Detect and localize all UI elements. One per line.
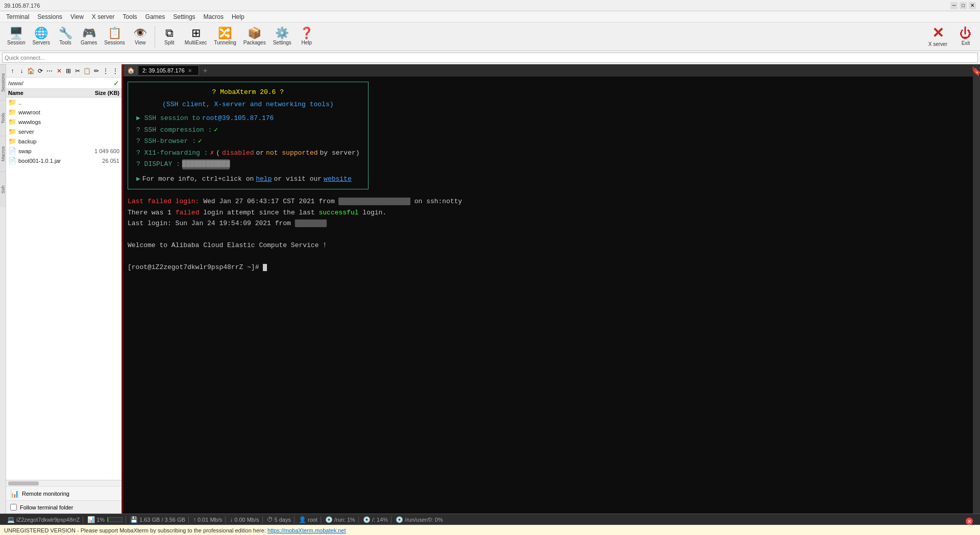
- folder-icon: 📁: [8, 128, 16, 135]
- help-label: Help: [302, 40, 312, 45]
- menu-view[interactable]: View: [66, 12, 88, 21]
- toolbar-multiexec[interactable]: ⊞ MultiExec: [182, 27, 210, 46]
- main-content: Sessions Tools Macros Ssh ↑ ↓ 🏠 ⟳ ⋯ ✕ ⊞ …: [0, 64, 980, 514]
- welcome-subtitle: (SSH client, X-server and networking too…: [136, 100, 360, 110]
- fp-btn-up[interactable]: ↑: [8, 66, 16, 76]
- list-item[interactable]: 📁 wwwlogs: [6, 117, 121, 127]
- bookmark-icon[interactable]: 🔖: [971, 66, 980, 76]
- file-panel-path-check: ✓: [113, 79, 119, 87]
- quick-connect-input[interactable]: [2, 53, 978, 63]
- item-name: server: [18, 129, 84, 135]
- toolbar-sep1: [155, 26, 155, 48]
- tools-label: Tools: [59, 40, 71, 45]
- sidebar-tab-macros[interactable]: Macros: [0, 136, 6, 172]
- fp-btn-edit[interactable]: ✏: [92, 66, 101, 76]
- remote-monitoring[interactable]: 📊 Remote monitoring: [6, 486, 121, 500]
- close-button[interactable]: ✕: [969, 2, 976, 9]
- fp-btn-menu1[interactable]: ⋮: [102, 66, 110, 76]
- toolbar-packages[interactable]: 📦 Packages: [240, 27, 269, 46]
- toolbar-tunneling[interactable]: 🔀 Tunneling: [211, 27, 239, 46]
- fp-btn-refresh[interactable]: ⟳: [36, 66, 44, 76]
- toolbar-session[interactable]: 🖥️ Session: [4, 27, 29, 46]
- scroll-thumb: [8, 481, 39, 485]
- games-icon: 🎮: [82, 28, 96, 39]
- disk2-icon: 💿: [363, 516, 371, 523]
- toolbar-servers[interactable]: 🌐 Servers: [30, 27, 53, 46]
- hostname-icon: 💻: [7, 516, 15, 523]
- user-text: root: [308, 517, 317, 523]
- unregistered-badge[interactable]: ✕: [966, 518, 973, 525]
- tab-home-button[interactable]: 🏠: [125, 65, 137, 76]
- toolbar-tools[interactable]: 🔧 Tools: [54, 27, 77, 46]
- tab-bar: 🏠 2: 39.105.87.176 ✕ +: [122, 64, 973, 77]
- tab-close-button[interactable]: ✕: [188, 68, 192, 74]
- cpu-bar: [107, 517, 122, 522]
- menu-macros[interactable]: Macros: [200, 12, 228, 21]
- banner-link[interactable]: https://mobaXterm.mobatek.net: [267, 527, 346, 533]
- tools-icon: 🔧: [59, 28, 72, 39]
- help-link[interactable]: help: [256, 174, 272, 184]
- menu-settings[interactable]: Settings: [169, 12, 199, 21]
- col-name-header: Name: [8, 90, 84, 96]
- list-item[interactable]: 📄 boot001-1.0.1.jar 26 051: [6, 156, 121, 165]
- list-item[interactable]: 📄 swap 1 049 600: [6, 146, 121, 156]
- terminal-content[interactable]: ? MobaXterm 20.6 ? (SSH client, X-server…: [122, 77, 973, 514]
- toolbar-help[interactable]: ❓ Help: [296, 27, 318, 46]
- split-label: Split: [164, 40, 174, 45]
- toolbar-sessions[interactable]: 📋 Sessions: [101, 27, 128, 46]
- status-disk2: 💿 /: 14%: [360, 516, 391, 523]
- menu-terminal[interactable]: Terminal: [2, 12, 33, 21]
- file-list-header: Name Size (KB): [6, 89, 121, 98]
- follow-terminal-checkbox[interactable]: [10, 504, 17, 510]
- left-sidebar-tabs: Sessions Tools Macros Ssh: [0, 64, 6, 514]
- maximize-button[interactable]: □: [960, 2, 967, 9]
- fp-btn-menu2[interactable]: ⋮: [111, 66, 119, 76]
- fp-btn-copy[interactable]: 📋: [83, 66, 91, 76]
- right-edge: 🔖: [973, 64, 980, 514]
- fp-btn-new[interactable]: ⊞: [64, 66, 72, 76]
- menu-xserver[interactable]: X server: [88, 12, 119, 21]
- follow-terminal[interactable]: Follow terminal folder: [6, 500, 121, 514]
- list-item[interactable]: 📁 server: [6, 127, 121, 136]
- list-item[interactable]: 📁 backup: [6, 136, 121, 146]
- tab-ssh-session[interactable]: 2: 39.105.87.176 ✕: [138, 65, 199, 76]
- sessions-label: Sessions: [104, 40, 125, 45]
- list-item[interactable]: 📁 wwwroot: [6, 107, 121, 117]
- sidebar-tab-ssh[interactable]: Ssh: [0, 172, 6, 207]
- menu-sessions[interactable]: Sessions: [33, 12, 66, 21]
- tab-new-button[interactable]: +: [200, 65, 210, 76]
- toolbar-settings[interactable]: ⚙️ Settings: [270, 27, 295, 46]
- minimize-button[interactable]: ─: [950, 2, 958, 9]
- website-link[interactable]: website: [324, 174, 352, 184]
- file-panel: ↑ ↓ 🏠 ⟳ ⋯ ✕ ⊞ ✂ 📋 ✏ ⋮ ⋮ /www/ ✓ Name Siz…: [6, 64, 122, 514]
- toolbar-view[interactable]: 👁️ View: [129, 27, 152, 46]
- toolbar-games[interactable]: 🎮 Games: [78, 27, 100, 46]
- list-item[interactable]: 📁 ..: [6, 98, 121, 107]
- toolbar-exit[interactable]: ⏻ Exit: [955, 26, 976, 47]
- xserver-label: X server: [928, 41, 947, 47]
- fp-btn-close[interactable]: ✕: [55, 66, 63, 76]
- toolbar-xserver[interactable]: ✕ X server: [924, 25, 951, 48]
- exit-label: Exit: [962, 40, 970, 46]
- toolbar-split[interactable]: ⧉ Split: [158, 27, 181, 46]
- fp-btn-home[interactable]: 🏠: [27, 66, 35, 76]
- welcome-title: ? MobaXterm 20.6 ?: [136, 87, 360, 98]
- sidebar-tab-tools[interactable]: Tools: [0, 100, 6, 136]
- fp-btn-down[interactable]: ↓: [17, 66, 26, 76]
- split-icon: ⧉: [165, 28, 174, 39]
- fp-btn-more[interactable]: ⋯: [45, 66, 54, 76]
- cpu-icon: 📊: [87, 516, 95, 523]
- menu-help[interactable]: Help: [228, 12, 249, 21]
- ssh-session-line: ▶ SSH session to root@39.105.87.176: [136, 113, 360, 124]
- menu-games[interactable]: Games: [141, 12, 169, 21]
- file-panel-scrollbar[interactable]: [6, 480, 121, 486]
- sidebar-tab-sessions[interactable]: Sessions: [0, 64, 6, 100]
- terminal-prompt: [root@iZ2zegot7dkwlr9psp48rrZ ~]#: [128, 263, 259, 271]
- term-line: Last failed login: Wed Jan 27 06:43:17 C…: [128, 197, 968, 207]
- uptime-text: 5 days: [275, 517, 291, 523]
- file-panel-path[interactable]: /www/ ✓: [6, 78, 121, 89]
- folder-icon: 📁: [8, 118, 16, 126]
- fp-btn-cut[interactable]: ✂: [74, 66, 82, 76]
- tunneling-label: Tunneling: [214, 40, 236, 45]
- menu-tools[interactable]: Tools: [119, 12, 141, 21]
